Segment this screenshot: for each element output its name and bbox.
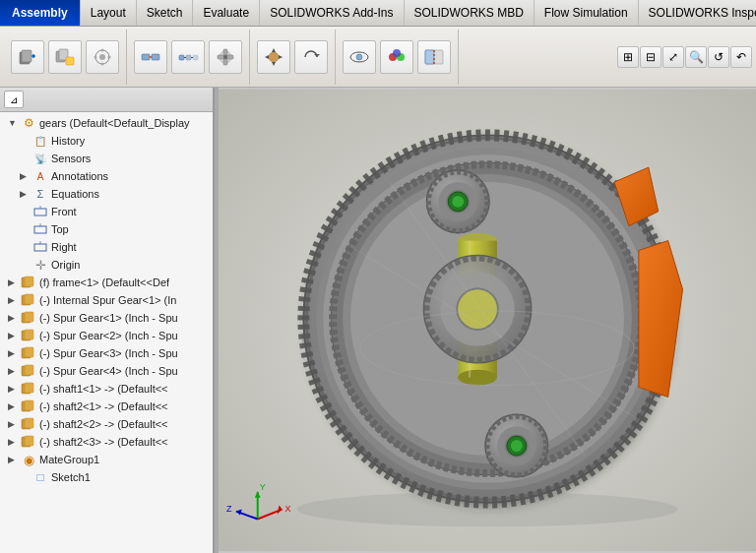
tree-item-right[interactable]: Right [0, 238, 213, 256]
tree-item-spur1[interactable]: ▶ (-) Spur Gear<1> (Inch - Spu [0, 309, 213, 327]
top-plane-icon [32, 221, 49, 237]
tree-item-shaft2-1[interactable]: ▶ (-) shaft2<1> -> (Default<< [0, 398, 213, 415]
internal-spur-icon [20, 292, 37, 308]
spur4-arrow[interactable]: ▶ [8, 366, 20, 376]
spur3-arrow[interactable]: ▶ [8, 348, 20, 358]
assembly-features-button[interactable] [86, 40, 119, 74]
toolbar-group-3 [250, 30, 336, 85]
zoom-button[interactable]: 🔍 [685, 46, 707, 68]
tree-root-item[interactable]: ▼ ⚙ gears (Default<Default_Display [0, 114, 213, 132]
svg-point-93 [458, 370, 497, 386]
spur4-label: (-) Spur Gear<4> (Inch - Spu [39, 365, 178, 377]
tree-item-sketch1[interactable]: □ Sketch1 [0, 468, 213, 486]
toolbar-group-4 [336, 30, 459, 85]
insert-component-button[interactable] [11, 40, 44, 74]
tree-item-shaft2-3[interactable]: ▶ (-) shaft2<3> -> (Default<< [0, 433, 213, 451]
svg-marker-26 [272, 48, 276, 52]
view-selector-button[interactable]: ⊟ [640, 46, 662, 68]
menu-item-addins[interactable]: SOLIDWORKS Add-Ins [260, 0, 404, 26]
menu-item-flow[interactable]: Flow Simulation [535, 0, 639, 26]
sketch1-label: Sketch1 [51, 471, 91, 483]
mate-button[interactable] [134, 40, 167, 74]
svg-point-8 [99, 54, 105, 60]
rotate-view-button[interactable]: ↺ [708, 46, 729, 68]
svg-rect-54 [25, 347, 33, 357]
tree-item-history[interactable]: 📋 History [0, 132, 213, 150]
tree-item-shaft1-1[interactable]: ▶ (-) shaft1<1> -> (Default<< [0, 380, 213, 398]
mategroup1-icon: ◉ [20, 452, 37, 467]
spur2-icon [20, 328, 37, 343]
annotations-icon: A [32, 168, 49, 184]
shaft2-2-arrow[interactable]: ▶ [8, 419, 20, 429]
appearances-button[interactable] [380, 40, 413, 74]
mategroup1-label: MateGroup1 [39, 454, 99, 465]
tree-item-mategroup1[interactable]: ▶ ◉ MateGroup1 [0, 451, 213, 468]
viewport[interactable]: X Y Z [219, 88, 756, 553]
menu-item-evaluate[interactable]: Evaluate [193, 0, 260, 26]
menu-item-layout[interactable]: Layout [81, 0, 137, 26]
move-component-button[interactable] [257, 40, 290, 74]
shaft2-3-label: (-) shaft2<3> -> (Default<< [39, 436, 168, 448]
smart-fasteners-button[interactable] [209, 40, 242, 74]
svg-point-10 [101, 62, 104, 65]
toolbar-group-2 [127, 30, 250, 85]
shaft2-3-arrow[interactable]: ▶ [8, 437, 20, 447]
tree-item-equations[interactable]: ▶ Σ Equations [0, 185, 213, 203]
svg-point-90 [511, 440, 523, 452]
shaft2-1-arrow[interactable]: ▶ [8, 401, 20, 411]
tree-item-shaft2-2[interactable]: ▶ (-) shaft2<2> -> (Default<< [0, 415, 213, 433]
tree-item-origin[interactable]: ✛ Origin [0, 256, 213, 274]
svg-rect-17 [186, 55, 191, 60]
svg-point-9 [101, 48, 104, 51]
toolbar-group-1 [4, 30, 127, 85]
svg-rect-6 [66, 57, 74, 65]
menu-item-assembly[interactable]: Assembly [0, 0, 81, 26]
shaft2-2-icon [20, 416, 37, 432]
front-label: Front [51, 206, 77, 217]
tree-content: ▼ ⚙ gears (Default<Default_Display 📋 His… [0, 112, 213, 553]
menu-item-sketch[interactable]: Sketch [137, 0, 194, 26]
svg-text:X: X [285, 504, 291, 514]
hide-show-button[interactable] [343, 40, 376, 74]
tree-item-internal-spur[interactable]: ▶ (-) Internal Spur Gear<1> (In [0, 291, 213, 309]
tree-item-sensors[interactable]: 📡 Sensors [0, 150, 213, 167]
svg-point-84 [452, 196, 464, 208]
linear-pattern-button[interactable] [171, 40, 205, 74]
tree-item-spur4[interactable]: ▶ (-) Spur Gear<4> (Inch - Spu [0, 362, 213, 380]
sketch1-icon: □ [32, 469, 49, 485]
root-expand-arrow[interactable]: ▼ [8, 118, 20, 128]
shaft2-3-icon [20, 434, 37, 450]
svg-point-12 [108, 55, 111, 58]
right-label: Right [51, 241, 77, 253]
tree-item-frame1[interactable]: ▶ (f) frame<1> (Default<<Def [0, 274, 213, 291]
tree-item-top[interactable]: Top [0, 220, 213, 238]
svg-rect-16 [179, 55, 184, 60]
equations-arrow[interactable]: ▶ [20, 189, 32, 199]
history-label: History [51, 135, 85, 147]
shaft1-1-arrow[interactable]: ▶ [8, 384, 20, 394]
menu-item-inspection[interactable]: SOLIDWORKS Inspection [639, 0, 756, 26]
spur1-arrow[interactable]: ▶ [8, 313, 20, 323]
annotations-arrow[interactable]: ▶ [20, 171, 32, 181]
pan-button[interactable]: ↶ [730, 46, 752, 68]
tree-item-spur2[interactable]: ▶ (-) Spur Gear<2> (Inch - Spu [0, 327, 213, 344]
svg-rect-37 [425, 50, 434, 64]
rotate-component-button[interactable] [294, 40, 328, 74]
tree-item-spur3[interactable]: ▶ (-) Spur Gear<3> (Inch - Spu [0, 344, 213, 362]
svg-marker-28 [265, 55, 269, 59]
zoom-fit-button[interactable]: ⤢ [662, 46, 684, 68]
menu-item-mbd[interactable]: SOLIDWORKS MBD [405, 0, 535, 26]
orient-view-button[interactable]: ⊞ [617, 46, 639, 68]
filter-button[interactable]: ⊿ [4, 91, 24, 108]
spur2-arrow[interactable]: ▶ [8, 331, 20, 340]
frame1-arrow[interactable]: ▶ [8, 277, 20, 287]
svg-point-32 [356, 54, 362, 60]
section-view-button[interactable] [417, 40, 451, 74]
svg-rect-14 [152, 54, 159, 60]
tree-item-front[interactable]: Front [0, 203, 213, 220]
new-assembly-button[interactable] [48, 40, 82, 74]
internal-spur-arrow[interactable]: ▶ [8, 295, 20, 305]
mategroup1-arrow[interactable]: ▶ [8, 455, 20, 464]
tree-item-annotations[interactable]: ▶ A Annotations [0, 167, 213, 185]
tree-header: ⊿ [0, 88, 213, 112]
